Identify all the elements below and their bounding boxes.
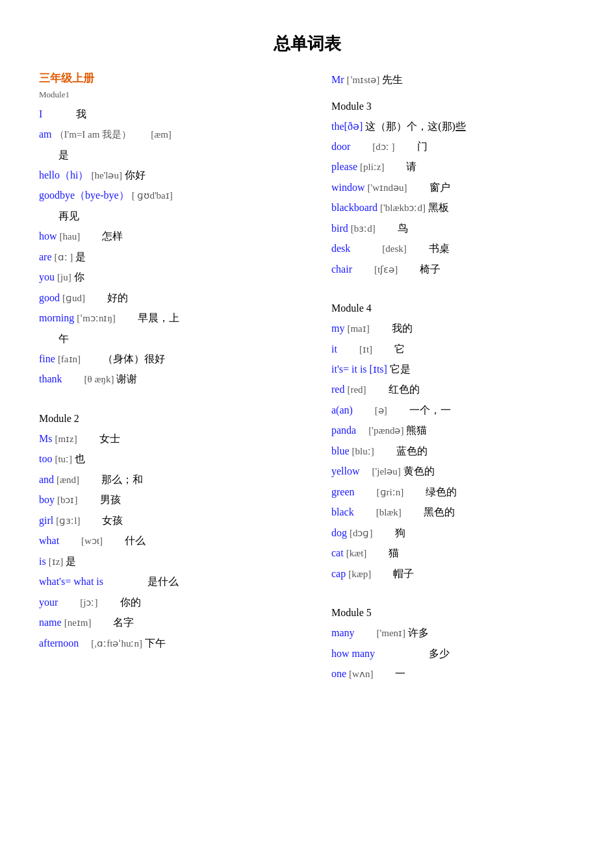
list-item: am （I'm=I am 我是） [æm] — [39, 125, 305, 143]
list-item: fine [faɪn] （身体）很好 — [39, 350, 305, 368]
list-item: window ['wɪndəu] 窗户 — [331, 179, 575, 197]
list-item: good [ɡud] 好的 — [39, 289, 305, 307]
list-item: and [ænd] 那么；和 — [39, 471, 305, 489]
list-item: Ms [mɪz] 女士 — [39, 430, 305, 448]
module3-label: Module 3 — [331, 101, 575, 112]
list-item: goodbye（bye-bye） [ ɡʊd'baɪ] — [39, 186, 305, 205]
list-item: yellow ['jeləu] 黄色的 — [331, 462, 575, 480]
list-item: many ['menɪ] 许多 — [331, 624, 575, 642]
list-item: are [ɑː ] 是 — [39, 248, 305, 266]
list-item: 再见 — [58, 207, 305, 225]
list-item: blue [bluː] 蓝色的 — [331, 442, 575, 460]
list-item: 午 — [58, 330, 305, 347]
list-item: cap [kæp] 帽子 — [331, 565, 575, 583]
list-item: thank [θ æŋk] 谢谢 — [39, 370, 305, 388]
list-item: afternoon [ˌɑːftəˈhuːn] 下午 — [39, 634, 305, 652]
list-item: blackboard ['blækbɔːd] 黑板 — [331, 199, 575, 217]
left-column: 三年级上册 Module1 I 我 am （I'm=I am 我是） [æm] … — [39, 71, 318, 686]
list-item: Mr [ˈmɪstə] 先生 — [331, 71, 575, 89]
list-item: it [ɪt] 它 — [331, 340, 575, 358]
list-item: girl [ɡɜːl] 女孩 — [39, 512, 305, 530]
list-item: 是 — [58, 146, 305, 164]
module1-label: Module1 — [39, 90, 305, 100]
list-item: what [wɔt] 什么 — [39, 532, 305, 550]
list-item: desk [desk] 书桌 — [331, 240, 575, 258]
list-item: too [tuː] 也 — [39, 450, 305, 468]
list-item: my [maɪ] 我的 — [331, 319, 575, 338]
list-item: panda ['pændə] 熊猫 — [331, 421, 575, 440]
list-item: chair [tʃɛə] 椅子 — [331, 260, 575, 279]
right-column: Mr [ˈmɪstə] 先生 Module 3 the[ðə] 这（那）个，这(… — [318, 71, 575, 686]
page-title: 总单词表 — [274, 34, 341, 53]
module2-label: Module 2 — [39, 413, 305, 425]
list-item: is [ɪz] 是 — [39, 552, 305, 571]
list-item: your [jɔː] 你的 — [39, 593, 305, 612]
list-item: what's= what is 是什么 — [39, 573, 305, 591]
list-item: one [wʌn] 一 — [331, 665, 575, 683]
list-item: how many 多少 — [331, 645, 575, 663]
list-item: black [blæk] 黑色的 — [331, 503, 575, 521]
list-item: cat [kæt] 猫 — [331, 544, 575, 562]
list-item: the[ðə] 这（那）个，这(那)些 — [331, 118, 575, 135]
grade-label: 三年级上册 — [39, 71, 305, 86]
module5-label: Module 5 — [331, 607, 575, 619]
list-item: please [pliːz] 请 — [331, 158, 575, 176]
list-item: door [dɔː ] 门 — [331, 138, 575, 156]
list-item: dog [dɔɡ] 狗 — [331, 524, 575, 542]
list-item: I 我 — [39, 105, 305, 123]
list-item: green [ɡriːn] 绿色的 — [331, 483, 575, 501]
list-item: hello（hi） [he'ləu] 你好 — [39, 166, 305, 184]
list-item: it's= it is [ɪts] 它是 — [331, 360, 575, 378]
list-item: name [neɪm] 名字 — [39, 614, 305, 632]
list-item: a(an) [ə] 一个，一 — [331, 401, 575, 419]
list-item: boy [bɔɪ] 男孩 — [39, 491, 305, 509]
list-item: you [ju] 你 — [39, 268, 305, 286]
list-item: bird [bɜːd] 鸟 — [331, 219, 575, 238]
list-item: how [hau] 怎样 — [39, 227, 305, 245]
list-item: morning [ˈmɔːnɪŋ] 早晨，上 — [39, 309, 305, 327]
module4-label: Module 4 — [331, 303, 575, 314]
list-item: red [red] 红色的 — [331, 380, 575, 399]
